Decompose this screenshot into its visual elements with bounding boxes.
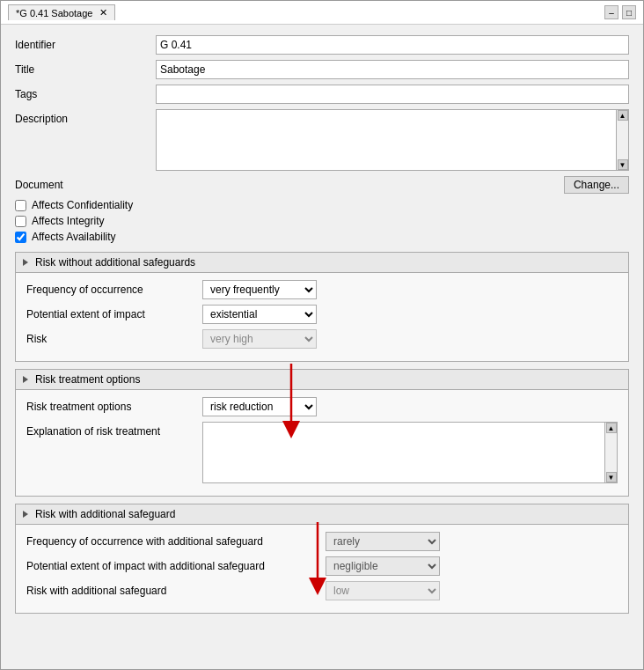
affects-availability-label: Affects Availability bbox=[32, 231, 116, 243]
affects-availability-checkbox[interactable] bbox=[15, 232, 26, 243]
description-scrollbar: ▲ ▼ bbox=[616, 110, 628, 170]
explanation-row: Explanation of risk treatment ▲ ▼ bbox=[26, 422, 618, 483]
title-bar: *G 0.41 Sabotage ✕ – □ bbox=[1, 1, 643, 25]
treatment-options-label: Risk treatment options bbox=[26, 401, 202, 413]
explanation-wrapper: ▲ ▼ bbox=[202, 422, 618, 483]
scroll-up-arrow[interactable]: ▲ bbox=[618, 110, 628, 121]
impact-row: Potential extent of impact negligible li… bbox=[26, 305, 618, 324]
impact-safeguard-select[interactable]: negligible limited considerable existent… bbox=[326, 556, 440, 576]
collapse-icon-risk-without[interactable] bbox=[23, 259, 28, 266]
minimize-button[interactable]: – bbox=[604, 5, 618, 19]
freq-safeguard-select[interactable]: rarely occasionally frequently very freq… bbox=[326, 532, 440, 551]
explanation-scroll-up[interactable]: ▲ bbox=[606, 423, 617, 433]
explanation-scroll-down[interactable]: ▼ bbox=[606, 472, 617, 482]
impact-label: Potential extent of impact bbox=[26, 308, 202, 320]
document-row: Document Change... bbox=[15, 176, 629, 194]
collapse-icon-risk-treatment[interactable] bbox=[23, 376, 28, 383]
frequency-row: Frequency of occurrence rarely occasiona… bbox=[26, 280, 618, 299]
explanation-textarea[interactable] bbox=[203, 423, 604, 482]
maximize-button[interactable]: □ bbox=[622, 5, 636, 19]
affects-integrity-label: Affects Integrity bbox=[32, 215, 104, 227]
change-button[interactable]: Change... bbox=[564, 176, 629, 194]
risk-safeguard-label: Risk with additional safeguard bbox=[26, 585, 326, 597]
freq-safeguard-label: Frequency of occurrence with additional … bbox=[26, 535, 326, 548]
freq-safeguard-row: Frequency of occurrence with additional … bbox=[26, 532, 618, 551]
title-input[interactable] bbox=[156, 60, 629, 79]
description-textarea[interactable] bbox=[157, 110, 616, 170]
risk-without-title: Risk without additional safeguards bbox=[35, 256, 195, 269]
risk-select: low medium high very high bbox=[202, 329, 317, 349]
title-bar-left: *G 0.41 Sabotage ✕ bbox=[8, 4, 115, 20]
tab-label: *G 0.41 Sabotage bbox=[16, 8, 92, 18]
title-bar-right: – □ bbox=[604, 5, 636, 19]
affects-confidentiality-label: Affects Confidentiality bbox=[32, 199, 133, 211]
scroll-down-arrow[interactable]: ▼ bbox=[618, 159, 628, 170]
risk-treatment-header: Risk treatment options bbox=[16, 370, 628, 390]
impact-safeguard-label: Potential extent of impact with addition… bbox=[26, 560, 326, 572]
affects-integrity-checkbox[interactable] bbox=[15, 216, 26, 227]
identifier-row: Identifier bbox=[15, 35, 629, 55]
title-row: Title bbox=[15, 60, 629, 79]
risk-treatment-body: Risk treatment options risk reduction ri… bbox=[16, 390, 628, 496]
risk-with-header: Risk with additional safeguard bbox=[16, 504, 628, 525]
explanation-scroll-track bbox=[605, 433, 617, 472]
description-label: Description bbox=[15, 109, 156, 125]
collapse-icon-risk-with[interactable] bbox=[23, 511, 28, 518]
identifier-label: Identifier bbox=[15, 39, 156, 51]
affects-integrity-row: Affects Integrity bbox=[15, 215, 629, 227]
description-wrapper: ▲ ▼ bbox=[156, 109, 629, 171]
identifier-input[interactable] bbox=[156, 35, 629, 55]
risk-with-section: Risk with additional safeguard Frequency… bbox=[15, 504, 629, 614]
risk-without-section: Risk without additional safeguards Frequ… bbox=[15, 252, 629, 362]
risk-without-header: Risk without additional safeguards bbox=[16, 253, 628, 273]
explanation-label: Explanation of risk treatment bbox=[26, 422, 202, 438]
description-row: Description ▲ ▼ bbox=[15, 109, 629, 171]
impact-safeguard-row: Potential extent of impact with addition… bbox=[26, 556, 618, 576]
affects-confidentiality-checkbox[interactable] bbox=[15, 200, 26, 211]
risk-safeguard-row: Risk with additional safeguard low mediu… bbox=[26, 581, 618, 600]
risk-with-title: Risk with additional safeguard bbox=[35, 508, 175, 520]
tags-label: Tags bbox=[15, 88, 156, 100]
main-content: Identifier Title Tags Description ▲ ▼ bbox=[1, 25, 643, 631]
title-label: Title bbox=[15, 63, 156, 76]
title-tab[interactable]: *G 0.41 Sabotage ✕ bbox=[8, 4, 115, 20]
frequency-label: Frequency of occurrence bbox=[26, 283, 202, 296]
risk-safeguard-select: low medium high very high bbox=[326, 581, 440, 600]
explanation-scrollbar: ▲ ▼ bbox=[604, 423, 617, 482]
tags-input[interactable] bbox=[156, 85, 629, 104]
risk-without-body: Frequency of occurrence rarely occasiona… bbox=[16, 273, 628, 361]
document-label: Document bbox=[15, 179, 564, 191]
frequency-select[interactable]: rarely occasionally frequently very freq… bbox=[202, 280, 317, 299]
scroll-track bbox=[617, 121, 628, 159]
risk-row: Risk low medium high very high bbox=[26, 329, 618, 349]
affects-confidentiality-row: Affects Confidentiality bbox=[15, 199, 629, 211]
treatment-options-select[interactable]: risk reduction risk avoidance risk trans… bbox=[202, 397, 317, 416]
impact-select[interactable]: negligible limited considerable existent… bbox=[202, 305, 317, 324]
treatment-options-row: Risk treatment options risk reduction ri… bbox=[26, 397, 618, 416]
close-tab-icon[interactable]: ✕ bbox=[99, 7, 107, 18]
risk-label: Risk bbox=[26, 333, 202, 345]
risk-with-body: Frequency of occurrence with additional … bbox=[16, 525, 628, 613]
main-window: *G 0.41 Sabotage ✕ – □ Identifier Title … bbox=[0, 0, 644, 670]
risk-treatment-section: Risk treatment options Risk treatment op… bbox=[15, 369, 629, 497]
tags-row: Tags bbox=[15, 85, 629, 104]
risk-treatment-title: Risk treatment options bbox=[35, 373, 140, 386]
affects-availability-row: Affects Availability bbox=[15, 231, 629, 243]
